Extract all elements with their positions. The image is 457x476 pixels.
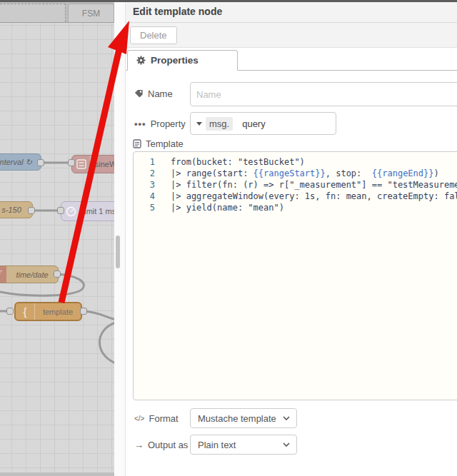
name-input[interactable] <box>190 82 457 106</box>
line-number: 1 <box>134 156 155 168</box>
chevron-down-icon <box>283 416 290 420</box>
flow-tabbar: FSM <box>0 2 114 23</box>
code-line[interactable]: 5|> yield(name: "mean") <box>134 202 457 213</box>
function-icon: f <box>0 266 6 283</box>
dialog-header: Edit template node <box>126 0 457 23</box>
format-select[interactable]: Mustache template <box>190 408 297 428</box>
name-field-label: Name <box>134 88 173 99</box>
template-code-editor[interactable]: 1from(bucket: "testBucket")2|> range(sta… <box>133 151 457 400</box>
scrollbar-thumb[interactable] <box>116 236 120 268</box>
code-line[interactable]: 1from(bucket: "testBucket") <box>134 156 457 168</box>
line-number: 5 <box>134 202 155 213</box>
canvas-bottom-edge <box>0 472 114 476</box>
node-port[interactable] <box>57 207 64 214</box>
node-port[interactable] <box>28 207 35 214</box>
caret-down-icon <box>196 122 202 126</box>
delete-button[interactable]: Delete <box>130 26 177 44</box>
screen: interval ↻ sineW s-150 limit 1 ms f time… <box>0 0 457 476</box>
wire <box>84 311 114 320</box>
dialog-title: Edit template node <box>126 6 222 17</box>
node-limit-label: limit 1 ms <box>80 207 114 216</box>
code-text: |> range(start: {{rangeStart}}, stop: {{… <box>171 168 439 179</box>
line-number: 4 <box>134 191 155 202</box>
tag-icon <box>134 89 144 98</box>
template-file-icon <box>133 139 141 148</box>
code-text: |> filter(fn: (r) => r["_measurement"] =… <box>171 179 457 191</box>
template-field-label: Template <box>133 138 184 149</box>
ellipsis-icon: ••• <box>134 118 146 129</box>
gear-icon <box>136 56 146 65</box>
tab-properties[interactable]: Properties <box>127 50 238 71</box>
node-port[interactable] <box>37 159 44 166</box>
code-line[interactable]: 2|> range(start: {{rangeStart}}, stop: {… <box>134 168 457 179</box>
dialog-tabbar: Properties <box>126 48 457 71</box>
property-type-msg: msg. <box>206 117 233 131</box>
flow-wires <box>0 2 114 476</box>
flow-tab-fsm-label: FSM <box>82 9 100 19</box>
node-port[interactable] <box>68 159 75 166</box>
code-line[interactable]: 3|> filter(fn: (r) => r["_measurement"] … <box>134 179 457 191</box>
node-time-date[interactable]: f time/date <box>0 265 59 283</box>
property-value[interactable]: query <box>237 118 266 129</box>
node-port[interactable] <box>54 270 61 278</box>
code-brackets-icon: </> <box>134 415 144 422</box>
property-type-button[interactable]: msg. <box>191 113 237 134</box>
curly-brace-icon: { <box>16 303 35 320</box>
line-number: 3 <box>134 179 155 191</box>
code-line[interactable]: 4|> aggregateWindow(every: 1s, fn: mean,… <box>134 191 457 202</box>
edit-template-dialog: Edit template node Delete Properties Nam… <box>125 0 457 476</box>
node-sinewave[interactable]: sineW <box>71 155 114 173</box>
node-port[interactable] <box>6 308 14 315</box>
dialog-toolbar: Delete <box>126 23 457 48</box>
format-select-value: Mustache template <box>191 413 283 424</box>
node-limit[interactable]: limit 1 ms <box>61 201 114 221</box>
top-edge-bar <box>0 0 457 2</box>
node-template-label: template <box>35 308 81 316</box>
vertical-scrollbar[interactable] <box>114 2 125 476</box>
chevron-down-icon <box>283 442 290 447</box>
code-text: from(bucket: "testBucket") <box>171 156 305 168</box>
node-template[interactable]: { template <box>14 302 82 321</box>
node-interval-label: interval ↻ <box>0 158 41 167</box>
node-port[interactable] <box>80 308 87 315</box>
code-lines: 1from(bucket: "testBucket")2|> range(sta… <box>134 156 457 213</box>
property-field-label: ••• Property <box>134 118 186 129</box>
code-text: |> aggregateWindow(every: 1s, fn: mean, … <box>171 191 457 202</box>
flow-tab-fsm[interactable]: FSM <box>68 4 114 22</box>
node-time-date-label: time/date <box>6 270 58 279</box>
code-text: |> yield(name: "mean") <box>171 202 284 213</box>
wire <box>100 323 115 363</box>
tab-properties-label: Properties <box>151 55 199 66</box>
node-interval[interactable]: interval ↻ <box>0 153 41 171</box>
format-field-label: </> Format <box>134 413 179 424</box>
flow-canvas[interactable]: interval ↻ sineW s-150 limit 1 ms f time… <box>0 2 114 476</box>
flow-tab-partial[interactable] <box>0 4 66 22</box>
line-number: 2 <box>134 168 155 179</box>
output-select[interactable]: Plain text <box>190 435 297 455</box>
output-field-label: → Output as <box>134 440 188 450</box>
output-select-value: Plain text <box>191 440 283 450</box>
node-sinewave-label: sineW <box>91 160 114 168</box>
arrow-right-icon: → <box>134 440 144 450</box>
property-typed-input[interactable]: msg. query <box>190 112 336 135</box>
